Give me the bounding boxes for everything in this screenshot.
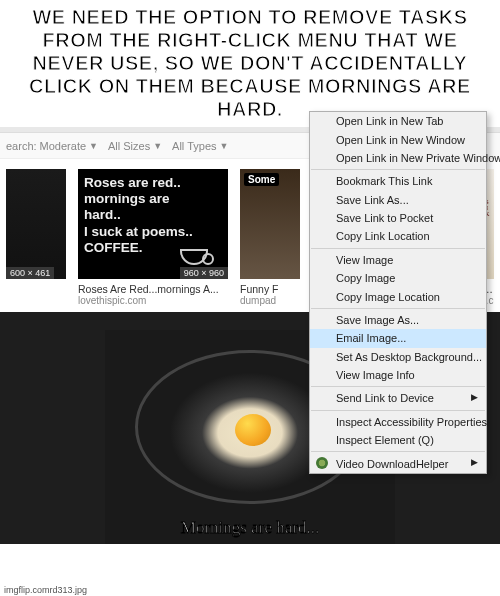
ctx-copy-link-location[interactable]: Copy Link Location <box>310 227 486 245</box>
ctx-save-image-as[interactable]: Save Image As... <box>310 311 486 329</box>
safesearch-label-fragment: earch: <box>6 140 37 152</box>
separator <box>311 248 485 249</box>
caption-title: Roses Are Red...mornings A... <box>78 283 228 295</box>
separator <box>311 308 485 309</box>
caption-source: dumpad <box>240 295 300 306</box>
size-dropdown[interactable]: All Sizes ▼ <box>108 140 162 152</box>
result-thumb[interactable]: Roses are red.. mornings are hard.. I su… <box>78 169 228 279</box>
context-menu: Open Link in New Tab Open Link in New Wi… <box>309 111 487 474</box>
caption-title: Funny F <box>240 283 300 295</box>
ctx-open-new-tab[interactable]: Open Link in New Tab <box>310 112 486 130</box>
ctx-video-downloadhelper[interactable]: Video DownloadHelper ▶ <box>310 454 486 472</box>
caption-source: lovethispic.com <box>78 295 228 306</box>
separator <box>311 386 485 387</box>
downloadhelper-icon <box>316 457 328 469</box>
egg-yolk <box>235 414 271 446</box>
ctx-copy-image-location[interactable]: Copy Image Location <box>310 287 486 305</box>
chevron-down-icon: ▼ <box>89 141 98 151</box>
ctx-view-image[interactable]: View Image <box>310 251 486 269</box>
size-value: All Sizes <box>108 140 150 152</box>
meme-top-text: WE NEED THE OPTION TO REMOVE TASKS FROM … <box>10 6 490 121</box>
thumb-image: Roses are red.. mornings are hard.. I su… <box>78 169 228 279</box>
separator <box>311 169 485 170</box>
safesearch-value: Moderate <box>40 140 86 152</box>
ctx-email-image[interactable]: Email Image... <box>310 329 486 347</box>
submenu-arrow-icon: ▶ <box>471 392 478 402</box>
ctx-open-private-window[interactable]: Open Link in New Private Window <box>310 149 486 167</box>
ctx-save-link-as[interactable]: Save Link As... <box>310 191 486 209</box>
poem-line: mornings are <box>84 191 222 207</box>
ctx-inspect-element[interactable]: Inspect Element (Q) <box>310 431 486 449</box>
thumb-image: 600 × 461 <box>6 169 66 279</box>
ctx-set-desktop-bg[interactable]: Set As Desktop Background... <box>310 348 486 366</box>
poem-line: hard.. <box>84 207 222 223</box>
ctx-view-image-info[interactable]: View Image Info <box>310 366 486 384</box>
chevron-down-icon: ▼ <box>220 141 229 151</box>
meme-header: WE NEED THE OPTION TO REMOVE TASKS FROM … <box>0 0 500 127</box>
ctx-open-new-window[interactable]: Open Link in New Window <box>310 130 486 148</box>
ctx-copy-image[interactable]: Copy Image <box>310 269 486 287</box>
separator <box>311 410 485 411</box>
poem-line: Roses are red.. <box>84 175 222 191</box>
thumb-image: Some <box>240 169 300 279</box>
type-value: All Types <box>172 140 216 152</box>
ctx-save-link-pocket[interactable]: Save Link to Pocket <box>310 209 486 227</box>
result-caption[interactable]: Funny F dumpad <box>240 283 300 306</box>
thumb-tag: Some <box>244 173 279 186</box>
ctx-bookmark-link[interactable]: Bookmark This Link <box>310 172 486 190</box>
poem-line: I suck at poems.. <box>84 224 222 240</box>
watermark: imgflip.comrd313.jpg <box>0 584 91 596</box>
dimension-badge: 600 × 461 <box>6 267 54 279</box>
result-thumb[interactable]: 600 × 461 <box>6 169 66 279</box>
result-thumb[interactable]: Some <box>240 169 300 279</box>
ctx-label: Video DownloadHelper <box>336 458 448 470</box>
chevron-down-icon: ▼ <box>153 141 162 151</box>
submenu-arrow-icon: ▶ <box>471 457 478 467</box>
egg-caption: Mornings are hard... <box>105 518 395 538</box>
ctx-label: Send Link to Device <box>336 392 434 404</box>
type-dropdown[interactable]: All Types ▼ <box>172 140 228 152</box>
safesearch-dropdown[interactable]: earch: Moderate ▼ <box>6 140 98 152</box>
coffee-cup-icon <box>180 249 208 265</box>
separator <box>311 451 485 452</box>
ctx-send-link-device[interactable]: Send Link to Device ▶ <box>310 389 486 407</box>
dimension-badge: 960 × 960 <box>180 267 228 279</box>
ctx-inspect-accessibility[interactable]: Inspect Accessibility Properties <box>310 413 486 431</box>
result-caption[interactable]: Roses Are Red...mornings A... lovethispi… <box>78 283 228 306</box>
